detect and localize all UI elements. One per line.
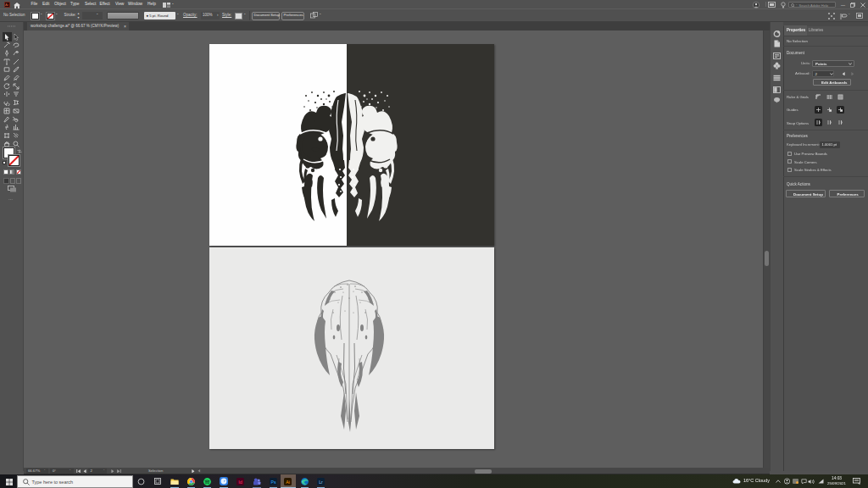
svg-text:Id: Id <box>238 479 242 484</box>
svg-text:Ps: Ps <box>270 479 275 484</box>
svg-text:Ai: Ai <box>286 479 290 484</box>
svg-text:Lr: Lr <box>319 479 323 484</box>
